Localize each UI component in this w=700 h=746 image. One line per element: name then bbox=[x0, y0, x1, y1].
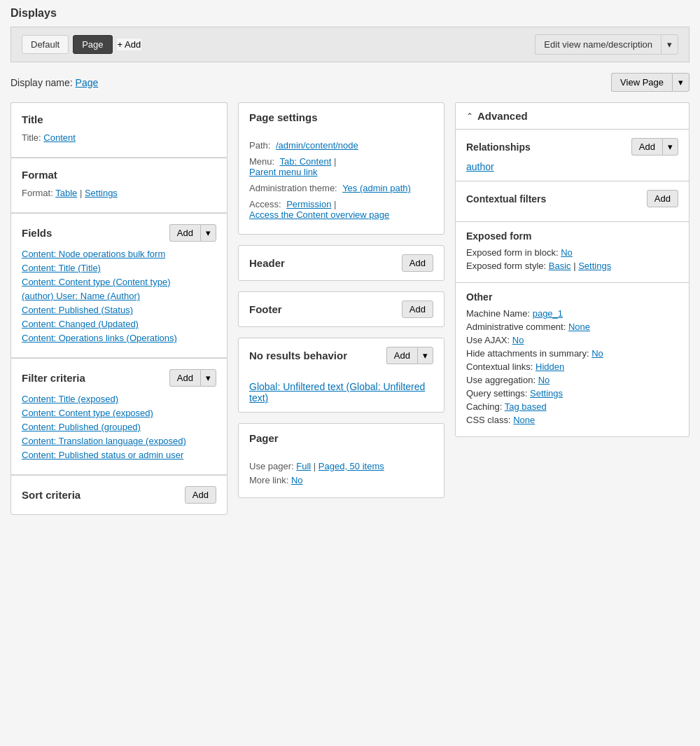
left-column: Title Title: Content Format Format: Tabl… bbox=[10, 102, 227, 515]
no-results-add-caret[interactable]: ▾ bbox=[417, 347, 433, 364]
page-settings-panel: Page settings Path: /admin/content/node … bbox=[238, 102, 444, 235]
no-results-panel: No results behavior Add ▾ Global: Unfilt… bbox=[238, 338, 444, 413]
view-page-button[interactable]: View Page bbox=[611, 73, 672, 92]
filter-list-item[interactable]: Content: Published (grouped) bbox=[22, 422, 216, 432]
contextual-filters-add-button[interactable]: Add bbox=[647, 190, 678, 207]
filter-list-item[interactable]: Content: Content type (exposed) bbox=[22, 408, 216, 418]
access-overview-link[interactable]: Access the Content overview page bbox=[249, 209, 389, 220]
more-link-label: More link: bbox=[249, 475, 288, 485]
exposed-form-settings-link[interactable]: Settings bbox=[578, 261, 611, 271]
author-link[interactable]: author bbox=[466, 161, 494, 172]
field-list-item[interactable]: Content: Node operations bulk form bbox=[22, 249, 216, 259]
menu-label: Menu: bbox=[249, 156, 274, 167]
admin-theme-value-link[interactable]: Yes (admin path) bbox=[342, 183, 411, 193]
contextual-filters-panel: Contextual filters Add bbox=[455, 181, 690, 221]
parent-menu-link[interactable]: Parent menu link bbox=[249, 167, 318, 177]
filter-add-button[interactable]: Add bbox=[169, 369, 200, 387]
css-class-row: CSS class: None bbox=[466, 415, 678, 425]
format-label: Format: bbox=[22, 188, 53, 198]
admin-theme-row: Administration theme: Yes (admin path) bbox=[249, 183, 433, 193]
fields-add-caret[interactable]: ▾ bbox=[200, 224, 216, 242]
other-heading: Other bbox=[466, 291, 492, 303]
display-name-link[interactable]: Page bbox=[76, 77, 99, 88]
menu-value-link[interactable]: Tab: Content bbox=[280, 156, 332, 167]
contextual-links-value[interactable]: Hidden bbox=[536, 361, 564, 372]
caching-value[interactable]: Tag based bbox=[505, 401, 547, 412]
filter-list-item[interactable]: Content: Title (exposed) bbox=[22, 394, 216, 404]
default-tab-button[interactable]: Default bbox=[22, 35, 69, 54]
css-class-value[interactable]: None bbox=[513, 415, 535, 425]
title-row: Title: Content bbox=[22, 132, 216, 143]
title-panel: Title Title: Content bbox=[10, 102, 227, 157]
no-results-header: No results behavior Add ▾ bbox=[239, 338, 444, 373]
header-panel-header: Header Add bbox=[239, 246, 444, 280]
footer-add-button[interactable]: Add bbox=[402, 301, 433, 318]
pager-full-link[interactable]: Full bbox=[296, 461, 311, 471]
format-section: Format Format: Table | Settings bbox=[11, 158, 227, 212]
filter-list: Content: Title (exposed)Content: Content… bbox=[22, 394, 216, 460]
advanced-header-panel: ⌃ Advanced bbox=[455, 102, 690, 129]
pager-body: Use pager: Full | Paged, 50 items More l… bbox=[239, 453, 444, 497]
filter-list-item[interactable]: Content: Translation language (exposed) bbox=[22, 436, 216, 446]
field-list-item[interactable]: Content: Content type (Content type) bbox=[22, 277, 216, 287]
title-value-link[interactable]: Content bbox=[43, 132, 76, 143]
access-row: Access: Permission | Access the Content … bbox=[249, 199, 433, 220]
use-aggregation-value[interactable]: No bbox=[538, 375, 550, 385]
add-display-button[interactable]: + Add bbox=[117, 39, 142, 50]
exposed-form-block-value[interactable]: No bbox=[561, 247, 573, 258]
no-results-heading: No results behavior bbox=[249, 350, 347, 361]
edit-view-caret-button[interactable]: ▾ bbox=[661, 34, 678, 55]
more-link-value[interactable]: No bbox=[291, 475, 303, 485]
css-class-label: CSS class: bbox=[466, 415, 511, 425]
path-value-link[interactable]: /admin/content/node bbox=[276, 140, 358, 151]
filter-add-caret[interactable]: ▾ bbox=[200, 369, 216, 387]
sort-add-button[interactable]: Add bbox=[185, 486, 216, 504]
path-label: Path: bbox=[249, 140, 270, 151]
access-value-link[interactable]: Permission bbox=[286, 199, 331, 209]
view-page-caret-button[interactable]: ▾ bbox=[672, 73, 690, 92]
exposed-form-section: Exposed form Exposed form in block: No E… bbox=[456, 222, 689, 282]
exposed-form-panel: Exposed form Exposed form in block: No E… bbox=[455, 221, 690, 282]
access-label: Access: bbox=[249, 199, 281, 209]
no-results-link[interactable]: Global: Unfiltered text (Global: Unfilte… bbox=[249, 381, 425, 403]
filter-add-wrap: Add ▾ bbox=[169, 369, 216, 387]
filter-list-item[interactable]: Content: Published status or admin user bbox=[22, 450, 216, 460]
format-value-link[interactable]: Table bbox=[55, 188, 77, 198]
page-settings-body: Path: /admin/content/node Menu: Tab: Con… bbox=[239, 132, 444, 234]
header-heading: Header bbox=[249, 257, 285, 269]
field-list-item[interactable]: Content: Operations links (Operations) bbox=[22, 333, 216, 343]
middle-column: Page settings Path: /admin/content/node … bbox=[238, 102, 444, 498]
page-tab-button[interactable]: Page bbox=[73, 35, 112, 54]
no-results-body: Global: Unfiltered text (Global: Unfilte… bbox=[239, 373, 444, 412]
exposed-form-style-value[interactable]: Basic bbox=[549, 261, 571, 271]
format-settings-link[interactable]: Settings bbox=[85, 188, 118, 198]
query-settings-value[interactable]: Settings bbox=[530, 388, 563, 399]
page-settings-heading: Page settings bbox=[249, 111, 318, 123]
header-add-button[interactable]: Add bbox=[402, 254, 433, 272]
field-list-item[interactable]: (author) User: Name (Author) bbox=[22, 291, 216, 301]
use-ajax-label: Use AJAX: bbox=[466, 335, 510, 345]
edit-view-name-button[interactable]: Edit view name/description bbox=[535, 34, 661, 55]
exposed-form-block-label: Exposed form in block: bbox=[466, 247, 559, 258]
exposed-form-heading: Exposed form bbox=[466, 230, 531, 242]
hide-attachments-value[interactable]: No bbox=[592, 348, 603, 359]
fields-add-button[interactable]: Add bbox=[169, 224, 200, 242]
fields-section: Fields Add ▾ Content: Node operations bu… bbox=[11, 214, 227, 357]
admin-comment-value[interactable]: None bbox=[568, 322, 590, 332]
field-list-item[interactable]: Content: Title (Title) bbox=[22, 263, 216, 273]
path-row: Path: /admin/content/node bbox=[249, 140, 433, 151]
hide-attachments-row: Hide attachments in summary: No bbox=[466, 348, 678, 359]
display-name-text: Display name: bbox=[10, 77, 73, 88]
field-list-item[interactable]: Content: Changed (Updated) bbox=[22, 319, 216, 329]
use-ajax-value[interactable]: No bbox=[512, 335, 524, 345]
relationships-add-button[interactable]: Add bbox=[631, 138, 662, 156]
use-aggregation-label: Use aggregation: bbox=[466, 375, 536, 385]
pager-paged-link[interactable]: Paged, 50 items bbox=[318, 461, 384, 471]
relationships-section: Relationships Add ▾ author bbox=[456, 130, 689, 181]
relationships-add-caret[interactable]: ▾ bbox=[662, 138, 678, 156]
machine-name-label: Machine Name: bbox=[466, 308, 530, 319]
no-results-add-button[interactable]: Add bbox=[386, 347, 417, 364]
more-link-row: More link: No bbox=[249, 475, 433, 485]
field-list-item[interactable]: Content: Published (Status) bbox=[22, 305, 216, 315]
machine-name-value[interactable]: page_1 bbox=[533, 308, 563, 319]
